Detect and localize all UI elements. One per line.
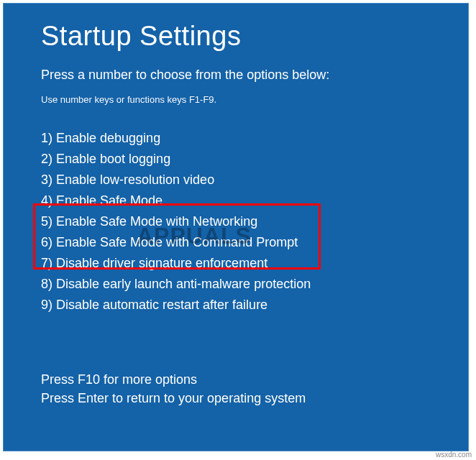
hint-text: Use number keys or functions keys F1-F9. (41, 94, 431, 105)
footer-return: Press Enter to return to your operating … (41, 389, 431, 408)
attribution-text: wsxdn.com (436, 451, 472, 459)
option-disable-anti-malware[interactable]: 8) Disable early launch anti-malware pro… (41, 274, 431, 295)
option-enable-debugging[interactable]: 1) Enable debugging (41, 128, 431, 149)
option-enable-low-resolution-video[interactable]: 3) Enable low-resolution video (41, 170, 431, 190)
option-enable-safe-mode-networking[interactable]: 5) Enable Safe Mode with Networking (41, 211, 431, 232)
instruction-text: Press a number to choose from the option… (41, 68, 431, 83)
option-enable-boot-logging[interactable]: 2) Enable boot logging (41, 149, 431, 170)
footer-instructions: Press F10 for more options Press Enter t… (41, 370, 431, 408)
page-title: Startup Settings (41, 21, 431, 52)
startup-settings-window: Startup Settings Press a number to choos… (3, 3, 469, 451)
option-disable-automatic-restart[interactable]: 9) Disable automatic restart after failu… (41, 295, 431, 316)
footer-more-options: Press F10 for more options (41, 370, 431, 389)
options-list: 1) Enable debugging 2) Enable boot loggi… (41, 128, 431, 316)
option-enable-safe-mode[interactable]: 4) Enable Safe Mode (41, 190, 431, 211)
option-enable-safe-mode-command-prompt[interactable]: 6) Enable Safe Mode with Command Prompt (41, 232, 431, 253)
option-disable-driver-signature[interactable]: 7) Disable driver signature enforcement (41, 253, 431, 274)
